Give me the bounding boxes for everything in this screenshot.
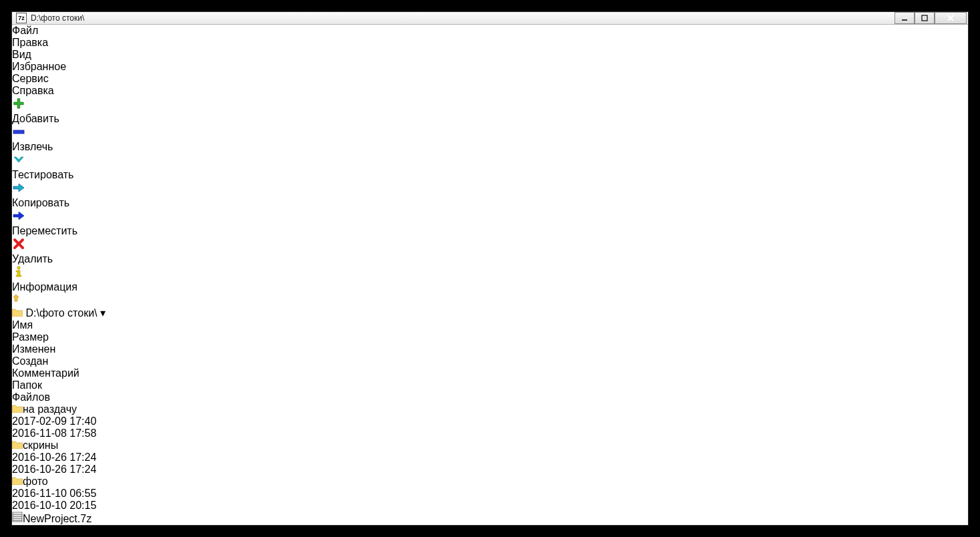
menu-избранное[interactable]: Избранное: [12, 61, 968, 73]
column-header-files[interactable]: Файлов: [12, 391, 968, 403]
folder-icon: [12, 307, 25, 319]
delete-icon: [12, 237, 968, 253]
column-headers: ИмяРазмерИзмененСозданКомментарийПапокФа…: [12, 319, 968, 403]
address-field[interactable]: D:\фото стоки\ ▾: [12, 307, 968, 319]
file-name: на раздачу: [23, 403, 77, 415]
menu-правка[interactable]: Правка: [12, 37, 968, 49]
app-window: 7z D:\фото стоки\ ФайлПравкаВидИзбранное…: [11, 11, 969, 526]
maximize-button[interactable]: [915, 12, 935, 24]
toolbar-info-button[interactable]: Информация: [12, 265, 968, 293]
toolbar-copy-button[interactable]: Копировать: [12, 181, 968, 209]
window-title: D:\фото стоки\: [31, 13, 890, 23]
toolbar-label: Переместить: [12, 225, 968, 237]
toolbar-test-button[interactable]: Тестировать: [12, 153, 968, 181]
svg-rect-6: [16, 275, 21, 277]
svg-rect-2: [13, 130, 24, 134]
svg-rect-1: [922, 15, 927, 21]
file-modified: 2016-10-26 17:24: [12, 452, 968, 464]
svg-point-3: [17, 266, 20, 269]
toolbar-label: Извлечь: [12, 141, 968, 153]
file-name: фото: [23, 476, 48, 487]
test-icon: [12, 153, 968, 169]
column-header-mod[interactable]: Изменен: [12, 343, 968, 355]
toolbar-extract-button[interactable]: Извлечь: [12, 125, 968, 153]
toolbar: ДобавитьИзвлечьТестироватьКопироватьПере…: [12, 97, 968, 293]
column-header-fold[interactable]: Папок: [12, 379, 968, 391]
folder-icon: [12, 439, 23, 451]
minimize-button[interactable]: [894, 12, 915, 24]
folder-icon: [12, 403, 23, 415]
menu-вид[interactable]: Вид: [12, 49, 968, 61]
move-icon: [12, 209, 968, 225]
add-icon: [12, 97, 968, 113]
toolbar-label: Тестировать: [12, 169, 968, 181]
file-name: NewProject.7z: [23, 513, 92, 524]
svg-rect-5: [16, 271, 19, 272]
address-dropdown-icon[interactable]: ▾: [100, 307, 106, 319]
file-created: 2016-10-10 20:15: [12, 500, 968, 512]
file-modified: 2016-11-10 06:55: [12, 488, 968, 500]
menubar: ФайлПравкаВидИзбранноеСервисСправка: [12, 25, 968, 97]
file-modified: 2017-02-09 17:40: [12, 415, 968, 427]
toolbar-delete-button[interactable]: Удалить: [12, 237, 968, 265]
column-header-cre[interactable]: Создан: [12, 355, 968, 367]
toolbar-label: Копировать: [12, 197, 968, 209]
address-bar: D:\фото стоки\ ▾: [12, 293, 968, 319]
7z-icon: [12, 513, 23, 524]
titlebar[interactable]: 7z D:\фото стоки\: [12, 12, 968, 25]
file-row[interactable]: NewProject.7z11 1672018-01-16 10:532018-…: [12, 512, 968, 537]
column-header-name[interactable]: Имя: [12, 319, 968, 331]
column-header-size[interactable]: Размер: [12, 331, 968, 343]
toolbar-label: Удалить: [12, 253, 968, 265]
toolbar-label: Добавить: [12, 113, 968, 125]
file-size: 11 167: [12, 525, 968, 537]
copy-icon: [12, 181, 968, 197]
up-button[interactable]: [12, 293, 968, 307]
app-icon: 7z: [16, 13, 27, 23]
file-row[interactable]: фото2016-11-10 06:552016-10-10 20:15: [12, 476, 968, 512]
toolbar-label: Информация: [12, 281, 968, 293]
close-button[interactable]: [935, 12, 967, 24]
file-created: 2016-10-26 17:24: [12, 464, 968, 476]
toolbar-move-button[interactable]: Переместить: [12, 209, 968, 237]
menu-файл[interactable]: Файл: [12, 25, 968, 37]
extract-icon: [12, 125, 968, 141]
menu-сервис[interactable]: Сервис: [12, 73, 968, 85]
address-text: D:\фото стоки\: [25, 307, 97, 319]
info-icon: [12, 265, 968, 281]
file-row[interactable]: скрины2016-10-26 17:242016-10-26 17:24: [12, 439, 968, 476]
menu-справка[interactable]: Справка: [12, 85, 968, 97]
file-row[interactable]: на раздачу2017-02-09 17:402016-11-08 17:…: [12, 403, 968, 439]
file-list[interactable]: на раздачу2017-02-09 17:402016-11-08 17:…: [12, 403, 968, 537]
file-created: 2016-11-08 17:58: [12, 427, 968, 439]
file-name: скрины: [23, 439, 58, 451]
column-header-com[interactable]: Комментарий: [12, 367, 968, 379]
folder-icon: [12, 476, 23, 487]
toolbar-add-button[interactable]: Добавить: [12, 97, 968, 125]
